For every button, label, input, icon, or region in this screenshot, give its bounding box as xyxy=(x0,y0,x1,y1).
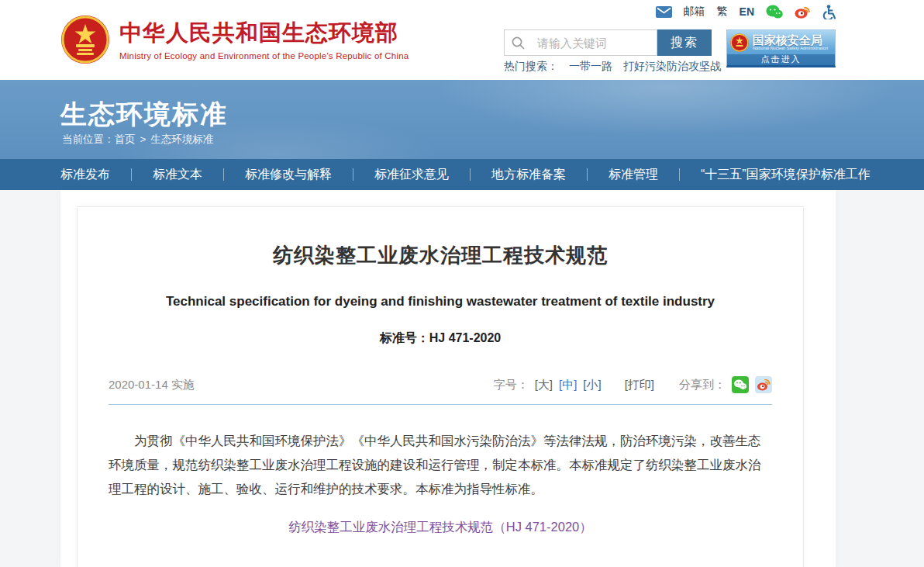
attachment-row: 纺织染整工业废水治理工程技术规范（HJ 471-2020） xyxy=(109,519,772,536)
content-container: 纺织染整工业废水治理工程技术规范 Technical specification… xyxy=(60,190,836,567)
main-content-area: 纺织染整工业废水治理工程技术规范 Technical specification… xyxy=(0,190,924,567)
article-meta-row: 2020-01-14 实施 字号： [大] [中] [小] [打印] 分享到： xyxy=(109,376,772,405)
nav-item-13th-five-year-plan[interactable]: “十三五”国家环境保护标准工作 xyxy=(680,159,891,190)
print-button[interactable]: [打印] xyxy=(625,378,654,392)
site-title-english: Ministry of Ecology and Environment of t… xyxy=(119,51,409,61)
implementation-date: 2020-01-14 实施 xyxy=(109,378,195,392)
breadcrumb-separator: > xyxy=(140,133,147,145)
share-weibo-icon[interactable] xyxy=(755,376,772,393)
accessibility-icon[interactable] xyxy=(822,5,836,19)
weibo-icon[interactable] xyxy=(795,5,811,19)
traditional-chinese-link[interactable]: 繁 xyxy=(717,5,728,19)
wechat-icon[interactable] xyxy=(766,5,783,19)
article-controls: 字号： [大] [中] [小] [打印] 分享到： xyxy=(494,376,772,393)
share-label: 分享到： xyxy=(679,378,726,392)
article-body: 为贯彻《中华人民共和国环境保护法》《中华人民共和国水污染防治法》等法律法规，防治… xyxy=(109,429,772,501)
nav-item-comment-solicitation[interactable]: 标准征求意见 xyxy=(353,159,470,190)
english-link[interactable]: EN xyxy=(740,5,754,18)
section-banner: 生态环境标准 当前位置：首页>生态环境标准 xyxy=(0,80,924,159)
hot-search-link-2[interactable]: 打好污染防治攻坚战 xyxy=(623,60,721,74)
nnsa-title: 国家核安全局 xyxy=(753,34,832,46)
nnsa-emblem-icon xyxy=(730,33,749,52)
nav-item-local-standard-record[interactable]: 地方标准备案 xyxy=(471,159,587,190)
site-title: 中华人民共和国生态环境部 xyxy=(119,21,409,46)
search-button[interactable]: 搜索 xyxy=(657,29,712,56)
article-card: 纺织染整工业废水治理工程技术规范 Technical specification… xyxy=(77,206,804,567)
breadcrumb-current: 生态环境标准 xyxy=(150,133,213,145)
nav-item-standard-release[interactable]: 标准发布 xyxy=(60,159,131,190)
nnsa-enter-link[interactable]: 点击进入 xyxy=(727,54,835,65)
mail-link[interactable]: 邮箱 xyxy=(684,5,705,19)
article-title-chinese: 纺织染整工业废水治理工程技术规范 xyxy=(109,242,772,269)
hot-search-label: 热门搜索： xyxy=(504,60,558,74)
standard-number: 标准号：HJ 471-2020 xyxy=(109,330,772,347)
breadcrumb: 当前位置：首页>生态环境标准 xyxy=(62,133,213,147)
search-icon xyxy=(512,36,525,50)
site-header: 中华人民共和国生态环境部 Ministry of Ecology and Env… xyxy=(0,0,924,80)
national-emblem-icon xyxy=(60,15,110,64)
hot-search-row: 热门搜索： 一带一路 打好污染防治攻坚战 xyxy=(504,60,721,74)
mail-icon[interactable] xyxy=(656,6,672,18)
breadcrumb-home-link[interactable]: 首页 xyxy=(115,133,136,145)
page-title: 生态环境标准 xyxy=(60,97,228,133)
attachment-link[interactable]: 纺织染整工业废水治理工程技术规范（HJ 471-2020） xyxy=(288,520,591,534)
breadcrumb-label: 当前位置： xyxy=(62,133,115,145)
nav-item-standard-text[interactable]: 标准文本 xyxy=(132,159,223,190)
font-size-small-button[interactable]: [小] xyxy=(583,378,601,392)
hot-search-link-1[interactable]: 一带一路 xyxy=(569,60,612,74)
font-size-large-button[interactable]: [大] xyxy=(535,378,553,392)
nav-item-standard-revision[interactable]: 标准修改与解释 xyxy=(224,159,353,190)
utility-links: 邮箱 繁 EN xyxy=(656,3,836,20)
nnsa-banner[interactable]: 国家核安全局 National Nuclear Safety Administr… xyxy=(726,29,836,67)
nav-item-standard-management[interactable]: 标准管理 xyxy=(588,159,679,190)
nnsa-subtitle: National Nuclear Safety Administration xyxy=(753,46,828,50)
site-logo[interactable]: 中华人民共和国生态环境部 Ministry of Ecology and Env… xyxy=(60,15,409,64)
search-box xyxy=(504,29,657,56)
share-wechat-icon[interactable] xyxy=(732,376,749,393)
article-title-english: Technical specification for dyeing and f… xyxy=(109,294,772,309)
main-navigation: 标准发布 标准文本 标准修改与解释 标准征求意见 地方标准备案 标准管理 “十三… xyxy=(0,159,924,190)
font-size-medium-button[interactable]: [中] xyxy=(559,378,577,392)
font-size-label: 字号： xyxy=(494,378,529,392)
